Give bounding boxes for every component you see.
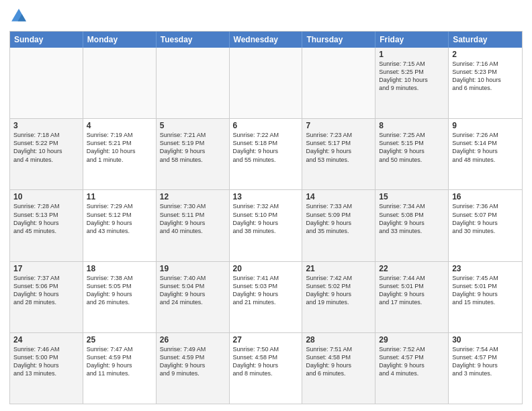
day-number: 8	[379, 121, 445, 130]
cell-daylight-info: Sunrise: 7:44 AM Sunset: 5:01 PM Dayligh…	[379, 274, 445, 307]
calendar-cell-2-6: 16Sunrise: 7:36 AM Sunset: 5:07 PM Dayli…	[449, 190, 522, 261]
calendar-cell-2-3: 13Sunrise: 7:32 AM Sunset: 5:10 PM Dayli…	[230, 190, 303, 261]
day-number: 12	[160, 192, 226, 201]
calendar-cell-0-6: 2Sunrise: 7:16 AM Sunset: 5:23 PM Daylig…	[449, 48, 522, 118]
cell-daylight-info: Sunrise: 7:46 AM Sunset: 5:00 PM Dayligh…	[13, 345, 79, 378]
calendar: SundayMondayTuesdayWednesdayThursdayFrid…	[9, 31, 523, 404]
calendar-row-3: 17Sunrise: 7:37 AM Sunset: 5:06 PM Dayli…	[10, 261, 522, 332]
calendar-cell-0-2	[157, 48, 230, 118]
calendar-cell-1-5: 8Sunrise: 7:25 AM Sunset: 5:15 PM Daylig…	[375, 119, 449, 189]
day-number: 13	[233, 192, 299, 201]
weekday-header-saturday: Saturday	[449, 32, 522, 48]
calendar-cell-0-1	[83, 48, 157, 118]
cell-daylight-info: Sunrise: 7:29 AM Sunset: 5:12 PM Dayligh…	[87, 202, 152, 235]
calendar-cell-0-5: 1Sunrise: 7:15 AM Sunset: 5:25 PM Daylig…	[375, 48, 449, 118]
weekday-header-wednesday: Wednesday	[230, 32, 303, 48]
calendar-cell-1-1: 4Sunrise: 7:19 AM Sunset: 5:21 PM Daylig…	[83, 119, 157, 189]
calendar-cell-3-0: 17Sunrise: 7:37 AM Sunset: 5:06 PM Dayli…	[10, 262, 83, 332]
calendar-cell-4-0: 24Sunrise: 7:46 AM Sunset: 5:00 PM Dayli…	[10, 333, 83, 404]
weekday-header-friday: Friday	[375, 32, 449, 48]
header	[9, 7, 523, 26]
day-number: 19	[160, 264, 226, 273]
weekday-header-tuesday: Tuesday	[157, 32, 230, 48]
cell-daylight-info: Sunrise: 7:30 AM Sunset: 5:11 PM Dayligh…	[160, 202, 226, 235]
cell-daylight-info: Sunrise: 7:28 AM Sunset: 5:13 PM Dayligh…	[13, 202, 79, 235]
day-number: 26	[160, 335, 226, 345]
cell-daylight-info: Sunrise: 7:15 AM Sunset: 5:25 PM Dayligh…	[379, 60, 445, 93]
weekday-header-monday: Monday	[83, 32, 157, 48]
calendar-cell-1-3: 6Sunrise: 7:22 AM Sunset: 5:18 PM Daylig…	[230, 119, 303, 189]
cell-daylight-info: Sunrise: 7:52 AM Sunset: 4:57 PM Dayligh…	[379, 345, 445, 378]
calendar-cell-3-3: 20Sunrise: 7:41 AM Sunset: 5:03 PM Dayli…	[230, 262, 303, 332]
day-number: 17	[13, 264, 79, 273]
calendar-cell-0-4	[302, 48, 375, 118]
day-number: 5	[160, 121, 226, 130]
day-number: 28	[306, 335, 371, 345]
day-number: 29	[379, 335, 445, 345]
calendar-cell-2-0: 10Sunrise: 7:28 AM Sunset: 5:13 PM Dayli…	[10, 190, 83, 261]
day-number: 6	[233, 121, 299, 130]
day-number: 24	[13, 335, 79, 345]
calendar-row-4: 24Sunrise: 7:46 AM Sunset: 5:00 PM Dayli…	[10, 332, 522, 404]
calendar-cell-2-4: 14Sunrise: 7:33 AM Sunset: 5:09 PM Dayli…	[302, 190, 375, 261]
logo	[9, 7, 31, 26]
day-number: 1	[379, 50, 445, 59]
day-number: 14	[306, 192, 371, 201]
day-number: 23	[452, 264, 519, 273]
day-number: 22	[379, 264, 445, 273]
calendar-cell-0-3	[230, 48, 303, 118]
cell-daylight-info: Sunrise: 7:37 AM Sunset: 5:06 PM Dayligh…	[13, 274, 79, 307]
cell-daylight-info: Sunrise: 7:47 AM Sunset: 4:59 PM Dayligh…	[87, 345, 152, 378]
day-number: 7	[306, 121, 371, 130]
day-number: 25	[87, 335, 152, 345]
calendar-cell-3-2: 19Sunrise: 7:40 AM Sunset: 5:04 PM Dayli…	[157, 262, 230, 332]
cell-daylight-info: Sunrise: 7:32 AM Sunset: 5:10 PM Dayligh…	[233, 202, 299, 235]
cell-daylight-info: Sunrise: 7:16 AM Sunset: 5:23 PM Dayligh…	[452, 60, 519, 93]
day-number: 15	[379, 192, 445, 201]
day-number: 21	[306, 264, 371, 273]
calendar-row-2: 10Sunrise: 7:28 AM Sunset: 5:13 PM Dayli…	[10, 189, 522, 261]
calendar-cell-3-6: 23Sunrise: 7:45 AM Sunset: 5:01 PM Dayli…	[449, 262, 522, 332]
cell-daylight-info: Sunrise: 7:23 AM Sunset: 5:17 PM Dayligh…	[306, 131, 371, 164]
calendar-cell-1-6: 9Sunrise: 7:26 AM Sunset: 5:14 PM Daylig…	[449, 119, 522, 189]
calendar-body: 1Sunrise: 7:15 AM Sunset: 5:25 PM Daylig…	[10, 48, 522, 404]
calendar-cell-3-5: 22Sunrise: 7:44 AM Sunset: 5:01 PM Dayli…	[375, 262, 449, 332]
day-number: 2	[452, 50, 519, 59]
cell-daylight-info: Sunrise: 7:21 AM Sunset: 5:19 PM Dayligh…	[160, 131, 226, 164]
day-number: 4	[87, 121, 152, 130]
cell-daylight-info: Sunrise: 7:49 AM Sunset: 4:59 PM Dayligh…	[160, 345, 226, 378]
day-number: 30	[452, 335, 519, 345]
cell-daylight-info: Sunrise: 7:42 AM Sunset: 5:02 PM Dayligh…	[306, 274, 371, 307]
cell-daylight-info: Sunrise: 7:34 AM Sunset: 5:08 PM Dayligh…	[379, 202, 445, 235]
day-number: 27	[233, 335, 299, 345]
calendar-cell-1-4: 7Sunrise: 7:23 AM Sunset: 5:17 PM Daylig…	[302, 119, 375, 189]
cell-daylight-info: Sunrise: 7:18 AM Sunset: 5:22 PM Dayligh…	[13, 131, 79, 164]
calendar-cell-3-1: 18Sunrise: 7:38 AM Sunset: 5:05 PM Dayli…	[83, 262, 157, 332]
cell-daylight-info: Sunrise: 7:19 AM Sunset: 5:21 PM Dayligh…	[87, 131, 152, 164]
calendar-cell-2-2: 12Sunrise: 7:30 AM Sunset: 5:11 PM Dayli…	[157, 190, 230, 261]
day-number: 20	[233, 264, 299, 273]
calendar-header: SundayMondayTuesdayWednesdayThursdayFrid…	[10, 32, 522, 48]
cell-daylight-info: Sunrise: 7:26 AM Sunset: 5:14 PM Dayligh…	[452, 131, 519, 164]
cell-daylight-info: Sunrise: 7:25 AM Sunset: 5:15 PM Dayligh…	[379, 131, 445, 164]
calendar-cell-4-6: 30Sunrise: 7:54 AM Sunset: 4:57 PM Dayli…	[449, 333, 522, 404]
weekday-header-thursday: Thursday	[302, 32, 375, 48]
cell-daylight-info: Sunrise: 7:50 AM Sunset: 4:58 PM Dayligh…	[233, 345, 299, 378]
cell-daylight-info: Sunrise: 7:54 AM Sunset: 4:57 PM Dayligh…	[452, 345, 519, 378]
page: SundayMondayTuesdayWednesdayThursdayFrid…	[0, 0, 532, 411]
logo-icon	[9, 7, 28, 26]
cell-daylight-info: Sunrise: 7:41 AM Sunset: 5:03 PM Dayligh…	[233, 274, 299, 307]
calendar-cell-1-0: 3Sunrise: 7:18 AM Sunset: 5:22 PM Daylig…	[10, 119, 83, 189]
cell-daylight-info: Sunrise: 7:36 AM Sunset: 5:07 PM Dayligh…	[452, 202, 519, 235]
calendar-cell-0-0	[10, 48, 83, 118]
calendar-cell-2-5: 15Sunrise: 7:34 AM Sunset: 5:08 PM Dayli…	[375, 190, 449, 261]
cell-daylight-info: Sunrise: 7:45 AM Sunset: 5:01 PM Dayligh…	[452, 274, 519, 307]
weekday-header-sunday: Sunday	[10, 32, 83, 48]
calendar-cell-4-4: 28Sunrise: 7:51 AM Sunset: 4:58 PM Dayli…	[302, 333, 375, 404]
calendar-cell-4-5: 29Sunrise: 7:52 AM Sunset: 4:57 PM Dayli…	[375, 333, 449, 404]
calendar-row-1: 3Sunrise: 7:18 AM Sunset: 5:22 PM Daylig…	[10, 118, 522, 189]
day-number: 9	[452, 121, 519, 130]
cell-daylight-info: Sunrise: 7:40 AM Sunset: 5:04 PM Dayligh…	[160, 274, 226, 307]
day-number: 10	[13, 192, 79, 201]
cell-daylight-info: Sunrise: 7:51 AM Sunset: 4:58 PM Dayligh…	[306, 345, 371, 378]
